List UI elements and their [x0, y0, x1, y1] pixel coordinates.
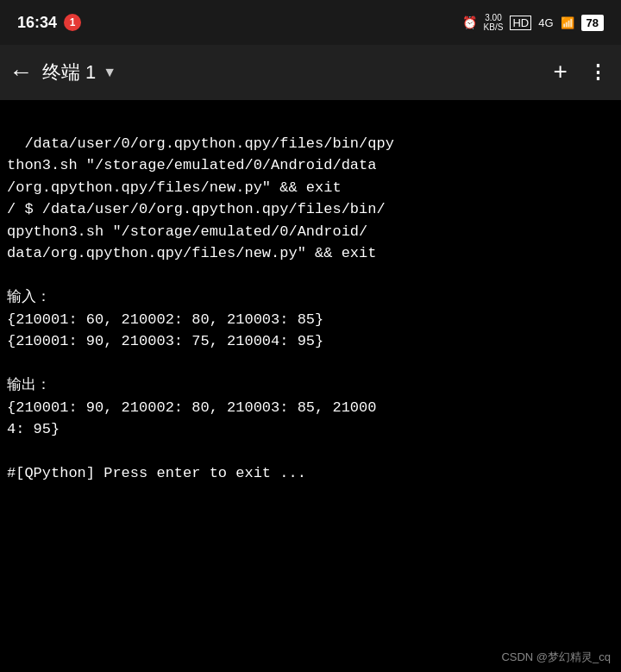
hd-label: HD — [510, 16, 531, 30]
terminal-content: /data/user/0/org.qpython.qpy/files/bin/q… — [7, 135, 394, 482]
toolbar-actions: + ⋮ — [553, 60, 607, 86]
terminal-title-text: 终端 1 — [42, 60, 96, 85]
more-options-button[interactable]: ⋮ — [588, 61, 607, 85]
alarm-icon: ⏰ — [462, 16, 477, 29]
toolbar-title: 终端 1 ▼ — [42, 60, 553, 85]
status-right: ⏰ 3.00 KB/S HD 4G 📶 78 — [462, 13, 604, 32]
data-speed-unit: KB/S — [484, 22, 504, 32]
add-terminal-button[interactable]: + — [553, 60, 568, 86]
dropdown-arrow-icon[interactable]: ▼ — [103, 65, 116, 80]
back-button[interactable]: ← — [14, 60, 28, 86]
signal-bars: 📶 — [561, 16, 574, 29]
notification-badge: 1 — [64, 14, 81, 31]
signal-label: 4G — [538, 16, 553, 29]
toolbar: ← 终端 1 ▼ + ⋮ — [0, 45, 621, 100]
data-speed-value: 3.00 — [485, 13, 501, 22]
terminal-output: /data/user/0/org.qpython.qpy/files/bin/q… — [0, 100, 621, 672]
watermark-text: CSDN @梦幻精灵_cq — [501, 650, 611, 663]
data-speed: 3.00 KB/S — [484, 13, 504, 32]
status-bar: 16:34 1 ⏰ 3.00 KB/S HD 4G 📶 78 — [0, 0, 621, 45]
watermark: CSDN @梦幻精灵_cq — [501, 650, 611, 665]
battery-indicator: 78 — [581, 15, 604, 31]
status-left: 16:34 1 — [17, 14, 81, 32]
status-time: 16:34 — [17, 14, 57, 32]
